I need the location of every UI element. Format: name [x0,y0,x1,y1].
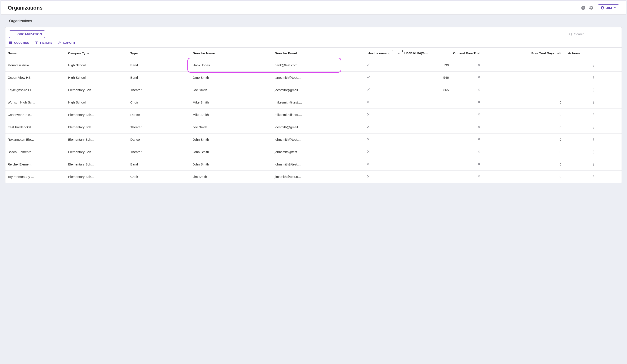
col-type[interactable]: Type [128,48,190,59]
add-organization-button[interactable]: ORGANIZATION [9,30,45,38]
organizations-table: Name Campus Type Type Director Name Dire… [5,48,622,183]
search-input[interactable] [574,32,616,36]
row-actions-button[interactable] [591,125,596,130]
col-director-email[interactable]: Director Email [272,48,341,59]
row-actions-button[interactable] [591,174,596,179]
cell-name: Ocean View HS … [5,71,66,84]
svg-point-28 [593,90,594,90]
cell-current-free-trial [451,84,507,96]
cell-free-trial-days-left: 0 [507,108,566,121]
download-icon [58,41,61,44]
cell-director-email: joesmith@gmail.… [272,84,341,96]
col-free-trial-days-left[interactable]: Free Trial Days Left [507,48,566,59]
row-actions-button[interactable] [591,100,596,105]
row-actions-button[interactable] [591,137,596,142]
cell-type: Theater [128,84,190,96]
cell-free-trial-days-left: 0 [507,158,566,170]
columns-button[interactable]: COLUMNS [9,41,29,44]
cell-current-free-trial [451,108,507,121]
row-actions-button[interactable] [591,75,596,80]
svg-point-69 [593,163,594,163]
row-actions-button[interactable] [591,149,596,155]
cell-type: Theater [128,121,190,133]
cell-has-license [341,84,395,96]
cell-free-trial-days-left: 0 [507,170,566,183]
page-title: Organizations [8,5,43,11]
arrow-down-icon [397,51,401,55]
svg-point-35 [593,102,594,103]
svg-point-42 [593,114,594,115]
cell-actions [566,158,622,170]
cell-license-days [395,158,451,170]
cell-license-days: 365 [395,84,451,96]
row-actions-button[interactable] [591,112,596,117]
cell-current-free-trial [451,121,507,133]
cell-director-name: Jane Smith [190,71,272,84]
svg-point-43 [593,115,594,116]
cell-director-name: John Smith [190,146,272,158]
x-icon [477,63,481,66]
cell-free-trial-days-left: 0 [507,146,566,158]
user-menu[interactable]: JIM [598,4,619,11]
cell-campus-type: Elementary Sch… [66,108,128,121]
col-director-name[interactable]: Director Name [190,48,272,59]
help-icon[interactable]: ? [579,4,587,12]
sort-priority-1: 1 [392,50,394,52]
export-button[interactable]: EXPORT [58,41,75,44]
cell-type: Dance [128,133,190,146]
cell-campus-type: High School [66,59,128,71]
x-icon [366,137,370,141]
cell-director-name: Joe Smith [190,84,272,96]
cell-current-free-trial [451,158,507,170]
row-actions-button[interactable] [591,63,596,68]
cell-type: Choir [128,96,190,108]
filters-button[interactable]: FILTERS [35,41,52,44]
svg-point-23 [593,77,594,78]
svg-point-36 [593,103,594,104]
cell-director-email: mikesmith@test.… [272,96,341,108]
cell-campus-type: High School [66,71,128,84]
cell-current-free-trial [451,170,507,183]
table-row: Mountain View …High SchoolBandHank Jones… [5,59,622,71]
col-campus-type[interactable]: Campus Type [66,48,128,59]
x-icon [366,162,370,166]
cell-actions [566,170,622,183]
cell-actions [566,108,622,121]
svg-point-18 [593,65,594,65]
x-icon [477,175,481,178]
search-field[interactable] [568,31,618,37]
cell-actions [566,96,622,108]
cell-has-license [341,71,395,84]
cell-license-days [395,170,451,183]
row-actions-button[interactable] [591,87,596,93]
col-has-license[interactable]: Has License 1 [341,48,395,59]
cell-campus-type: Elementary Sch… [66,84,128,96]
table-row: Reichel Element…Elementary Sch…BandJohn … [5,158,622,170]
cell-name: Conorworth Ele… [5,108,66,121]
col-name[interactable]: Name [5,48,66,59]
cell-director-email: joesmith@gmail.… [272,121,341,133]
cell-type: Theater [128,146,190,158]
x-icon [477,75,481,79]
cell-type: Band [128,59,190,71]
col-license-days[interactable]: 2 License Days… [395,48,451,59]
cell-name: Roxanneton Ele… [5,133,66,146]
cell-license-days: 546 [395,71,451,84]
svg-point-70 [593,164,594,165]
check-icon [366,75,370,79]
cell-has-license [341,170,395,183]
cell-license-days [395,96,451,108]
svg-point-71 [593,165,594,166]
row-actions-button[interactable] [591,162,596,167]
svg-point-34 [593,101,594,102]
svg-point-50 [593,128,594,129]
svg-point-17 [593,64,594,64]
gear-icon[interactable] [587,4,595,12]
breadcrumb: Organizations [9,19,622,23]
x-icon [477,150,481,153]
col-current-free-trial[interactable]: Current Free Trial [451,48,507,59]
cell-current-free-trial [451,96,507,108]
cell-current-free-trial [451,71,507,84]
svg-point-2 [602,7,603,8]
x-icon [366,150,370,153]
